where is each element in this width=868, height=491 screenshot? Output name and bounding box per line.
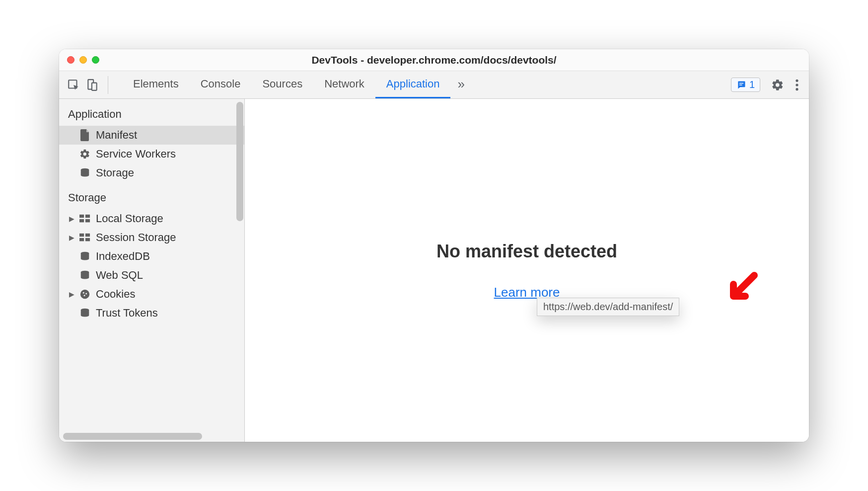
annotation-arrow-icon <box>724 270 759 305</box>
sidebar-item-label: Web SQL <box>96 269 143 282</box>
section-storage-title: Storage <box>59 182 244 209</box>
toolbar-right: 1 <box>721 78 809 92</box>
device-toggle-icon[interactable] <box>86 79 99 91</box>
tab-elements[interactable]: Elements <box>122 71 190 98</box>
svg-rect-16 <box>85 238 90 241</box>
separator <box>108 76 108 94</box>
svg-rect-12 <box>85 219 90 222</box>
svg-point-20 <box>83 292 84 294</box>
window-title: DevTools - developer.chrome.com/docs/dev… <box>59 54 809 66</box>
vertical-scrollbar[interactable] <box>236 102 243 221</box>
sidebar-item-label: Trust Tokens <box>96 307 158 320</box>
chat-icon <box>736 80 746 90</box>
database-icon <box>79 251 91 262</box>
sidebar-item-label: Manifest <box>96 129 137 142</box>
more-options-icon[interactable] <box>795 79 799 91</box>
sidebar-item-cookies[interactable]: ▶ Cookies <box>59 285 244 304</box>
table-icon <box>79 214 91 223</box>
svg-point-5 <box>796 79 798 82</box>
window-controls <box>67 56 99 64</box>
svg-point-6 <box>796 83 798 86</box>
svg-rect-4 <box>739 84 742 85</box>
svg-rect-9 <box>79 215 84 218</box>
svg-rect-13 <box>79 234 84 237</box>
tab-network[interactable]: Network <box>313 71 375 98</box>
issues-count: 1 <box>749 79 755 90</box>
tab-console[interactable]: Console <box>190 71 252 98</box>
titlebar: DevTools - developer.chrome.com/docs/dev… <box>59 49 809 71</box>
panel-tabs: Elements Console Sources Network Applica… <box>122 71 721 98</box>
toolbar-left <box>59 71 116 98</box>
database-icon <box>79 270 91 281</box>
expand-arrow-icon[interactable]: ▶ <box>69 290 75 298</box>
expand-arrow-icon[interactable]: ▶ <box>69 215 75 223</box>
maximize-window-button[interactable] <box>92 56 99 64</box>
sidebar-item-label: Local Storage <box>96 212 163 225</box>
gear-icon <box>79 149 91 160</box>
tab-sources[interactable]: Sources <box>251 71 313 98</box>
settings-icon[interactable] <box>771 79 784 91</box>
sidebar-item-storage[interactable]: Storage <box>59 164 244 182</box>
sidebar-item-service-workers[interactable]: Service Workers <box>59 145 244 164</box>
sidebar-item-label: Session Storage <box>96 231 176 244</box>
more-tabs-button[interactable]: » <box>450 71 471 98</box>
sidebar-item-trust-tokens[interactable]: Trust Tokens <box>59 304 244 323</box>
svg-rect-10 <box>85 215 90 218</box>
svg-point-21 <box>85 293 87 295</box>
close-window-button[interactable] <box>67 56 74 64</box>
application-sidebar: Application Manifest Service Workers Sto… <box>59 99 245 442</box>
sidebar-item-web-sql[interactable]: Web SQL <box>59 266 244 285</box>
file-icon <box>79 129 91 141</box>
svg-rect-14 <box>85 234 90 237</box>
sidebar-item-indexeddb[interactable]: IndexedDB <box>59 247 244 266</box>
manifest-panel: No manifest detected Learn more https://… <box>245 99 809 442</box>
sidebar-item-manifest[interactable]: Manifest <box>59 126 244 145</box>
svg-rect-15 <box>79 238 84 241</box>
minimize-window-button[interactable] <box>79 56 87 64</box>
database-icon <box>79 167 91 178</box>
sidebar-item-local-storage[interactable]: ▶ Local Storage <box>59 209 244 228</box>
cookie-icon <box>79 289 91 300</box>
horizontal-scrollbar[interactable] <box>63 433 202 440</box>
link-tooltip: https://web.dev/add-manifest/ <box>537 298 679 316</box>
svg-point-7 <box>796 88 798 90</box>
inspect-element-icon[interactable] <box>67 79 80 91</box>
table-icon <box>79 233 91 242</box>
expand-arrow-icon[interactable]: ▶ <box>69 234 75 242</box>
sidebar-item-label: Storage <box>96 166 134 179</box>
sidebar-item-session-storage[interactable]: ▶ Session Storage <box>59 228 244 247</box>
empty-state-heading: No manifest detected <box>436 241 617 262</box>
tab-application[interactable]: Application <box>375 71 451 98</box>
svg-rect-3 <box>739 82 743 83</box>
svg-rect-2 <box>92 82 97 90</box>
content-area: Application Manifest Service Workers Sto… <box>59 99 809 442</box>
section-application-title: Application <box>59 99 244 126</box>
database-icon <box>79 308 91 319</box>
svg-rect-11 <box>79 219 84 222</box>
issues-badge[interactable]: 1 <box>731 78 760 92</box>
sidebar-item-label: Cookies <box>96 288 135 301</box>
svg-point-22 <box>84 295 85 296</box>
devtools-window: DevTools - developer.chrome.com/docs/dev… <box>59 49 809 442</box>
svg-point-19 <box>80 290 89 299</box>
sidebar-item-label: IndexedDB <box>96 250 150 263</box>
sidebar-item-label: Service Workers <box>96 148 176 161</box>
main-toolbar: Elements Console Sources Network Applica… <box>59 71 809 99</box>
